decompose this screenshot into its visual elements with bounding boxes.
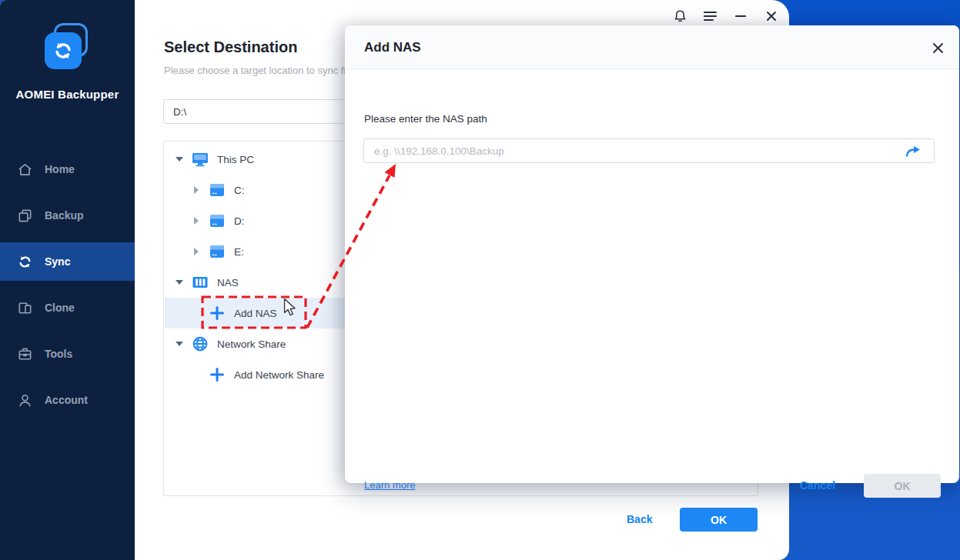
page-title: Select Destination — [164, 38, 297, 56]
backup-icon — [17, 208, 33, 224]
plus-icon — [208, 305, 226, 322]
dialog-close-icon[interactable] — [928, 38, 948, 58]
sync-icon — [17, 254, 33, 270]
go-arrow-icon[interactable] — [904, 144, 922, 158]
add-nas-dialog: Add NAS Please enter the NAS path Learn … — [345, 25, 959, 483]
minimize-icon[interactable] — [730, 6, 751, 26]
nas-path-input[interactable] — [363, 138, 935, 163]
dialog-header: Add NAS — [345, 25, 959, 69]
chevron-down-icon[interactable] — [175, 157, 184, 162]
dialog-title: Add NAS — [364, 40, 421, 55]
nas-icon — [191, 274, 209, 291]
close-icon[interactable] — [761, 6, 782, 26]
tree-label: This PC — [217, 154, 254, 165]
plus-icon — [208, 366, 226, 383]
sidebar-item-label: Clone — [45, 302, 75, 314]
home-icon — [17, 162, 33, 178]
nas-path-prompt: Please enter the NAS path — [364, 113, 487, 125]
learn-more-link[interactable]: Learn more — [364, 479, 415, 491]
tree-label: C: — [234, 185, 245, 196]
back-button[interactable]: Back — [627, 513, 652, 525]
cancel-button[interactable]: Cancel — [800, 479, 835, 492]
sidebar-item-backup[interactable]: Backup — [0, 192, 135, 238]
chevron-right-icon[interactable] — [192, 217, 201, 225]
menu-icon[interactable] — [699, 6, 721, 26]
sidebar-item-label: Home — [45, 163, 75, 175]
brand: AOMEI Backupper — [0, 23, 135, 101]
sidebar-item-label: Tools — [45, 348, 72, 360]
brand-name: AOMEI Backupper — [0, 88, 135, 101]
aomei-logo-icon — [45, 23, 91, 77]
page-subtitle: Please choose a target location to sync … — [164, 65, 373, 76]
globe-icon — [191, 335, 209, 352]
drive-icon — [208, 212, 226, 229]
desktop-background: AOMEI Backupper Home Backup — [0, 0, 960, 560]
tree-label: E: — [234, 246, 244, 258]
sidebar-item-label: Backup — [45, 209, 84, 222]
chevron-down-icon[interactable] — [175, 342, 184, 346]
ok-button[interactable]: OK — [680, 508, 758, 532]
dialog-ok-button[interactable]: OK — [864, 474, 941, 498]
sidebar-item-clone[interactable]: Clone — [0, 285, 135, 331]
tree-label: Add NAS — [234, 308, 277, 319]
tools-icon — [17, 346, 33, 362]
account-icon — [17, 392, 33, 408]
sidebar-item-tools[interactable]: Tools — [0, 331, 135, 377]
clone-icon — [17, 300, 33, 316]
tree-label: Add Network Share — [234, 369, 324, 381]
computer-icon — [191, 151, 209, 168]
sidebar-item-home[interactable]: Home — [0, 146, 135, 192]
chevron-right-icon[interactable] — [192, 248, 201, 255]
sidebar-item-label: Account — [45, 394, 88, 406]
sidebar-item-account[interactable]: Account — [0, 377, 135, 423]
destination-path-value: D:\ — [173, 106, 186, 118]
chevron-down-icon[interactable] — [175, 280, 184, 285]
tree-label: D: — [234, 215, 245, 227]
sidebar-item-label: Sync — [45, 255, 70, 268]
drive-icon — [208, 243, 226, 260]
tree-label: NAS — [217, 277, 239, 288]
sidebar-item-sync[interactable]: Sync — [0, 242, 135, 281]
sidebar: AOMEI Backupper Home Backup — [0, 0, 135, 560]
chevron-right-icon[interactable] — [192, 186, 201, 194]
drive-icon — [208, 182, 226, 198]
sidebar-nav: Home Backup — [0, 146, 135, 423]
notification-bell-icon[interactable] — [669, 6, 691, 26]
tree-label: Network Share — [217, 338, 286, 350]
